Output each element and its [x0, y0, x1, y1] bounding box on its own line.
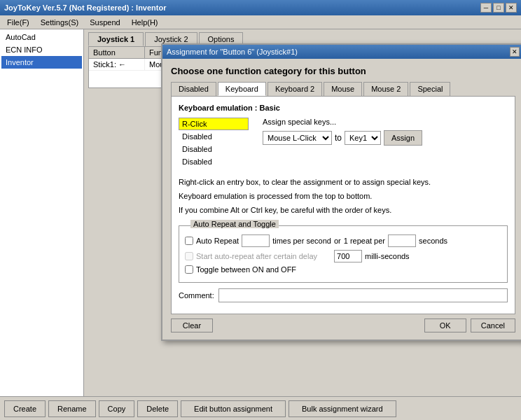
menu-suspend[interactable]: Suspend	[85, 18, 124, 27]
assign-row: Mouse L-Click Mouse R-Click Mouse M-Clic…	[263, 130, 508, 146]
close-button[interactable]: ✕	[506, 3, 517, 13]
info-line-2: Keyboard emulation is processed from the…	[179, 192, 508, 200]
edit-button[interactable]: Edit button assignment	[181, 400, 286, 417]
content-area: Joystick 1 Joystick 2 Options Button Fun…	[84, 29, 521, 396]
panel-content: R-Click Disabled Disabled Disabled Assig…	[179, 118, 508, 168]
dialog-title-bar: Assignment for "Button 6" (Joystick#1) ✕	[162, 45, 521, 59]
rename-button[interactable]: Rename	[48, 400, 96, 417]
cancel-button[interactable]: Cancel	[471, 318, 515, 332]
dialog-footer: Clear OK Cancel	[171, 318, 515, 332]
times-input[interactable]	[242, 234, 270, 247]
seconds-input[interactable]	[388, 234, 416, 247]
milli-unit: milli-seconds	[365, 252, 410, 260]
menu-file[interactable]: File(F)	[3, 18, 34, 27]
auto-repeat-checkbox[interactable]	[185, 237, 193, 245]
delay-label: Start auto-repeat after certain delay	[196, 252, 317, 260]
delay-row: Start auto-repeat after certain delay mi…	[185, 250, 501, 262]
auto-repeat-row: Auto Repeat times per second or 1 repeat…	[185, 234, 501, 247]
assign-label: Assign special keys...	[263, 118, 508, 126]
menu-bar: File(F) Settings(S) Suspend Help(H)	[0, 15, 521, 29]
title-bar-text: JoyToKey Ver.5.7 (Not Registered) : Inve…	[4, 4, 166, 12]
dialog-body: Choose one function category for this bu…	[162, 59, 521, 340]
assign-button[interactable]: Assign	[384, 130, 422, 146]
assign-section: Assign special keys... Mouse L-Click Mou…	[263, 118, 508, 146]
tab-joystick1[interactable]: Joystick 1	[88, 32, 144, 46]
key-item-0[interactable]: R-Click	[179, 118, 249, 130]
bulk-button[interactable]: Bulk assignment wizard	[289, 400, 396, 417]
dialog-close-button[interactable]: ✕	[510, 47, 520, 57]
minimize-button[interactable]: ─	[480, 3, 492, 13]
auto-repeat-label: Auto Repeat	[196, 237, 239, 245]
key-item-1[interactable]: Disabled	[179, 130, 249, 143]
dtab-special[interactable]: Special	[410, 82, 450, 96]
sidebar-item-inventor[interactable]: Inventor	[1, 56, 82, 69]
auto-repeat-section: Auto Repeat and Toggle Auto Repeat times…	[179, 225, 508, 283]
comment-row: Comment:	[179, 288, 508, 302]
bottom-toolbar: Create Rename Copy Delete Edit button as…	[0, 396, 521, 420]
dtab-disabled[interactable]: Disabled	[171, 82, 216, 96]
toggle-checkbox[interactable]	[185, 265, 193, 274]
sidebar-item-autocad[interactable]: AutoCad	[1, 31, 82, 43]
assign-from-select[interactable]: Mouse L-Click Mouse R-Click Mouse M-Clic…	[263, 131, 332, 145]
dialog-tabs: Disabled Keyboard Keyboard 2 Mouse Mouse…	[171, 82, 515, 96]
panel-label: Keyboard emulation : Basic	[179, 104, 508, 112]
sidebar-item-ecninfo[interactable]: ECN INFO	[1, 43, 82, 56]
seconds-label: seconds	[419, 237, 447, 245]
dtab-keyboard2[interactable]: Keyboard 2	[268, 82, 322, 96]
comment-input[interactable]	[218, 288, 508, 302]
maximize-button[interactable]: □	[493, 3, 504, 13]
info-line-3: If you combine Alt or Ctrl key, be caref…	[179, 206, 508, 214]
times-label: times per second	[272, 237, 331, 245]
dtab-mouse[interactable]: Mouse	[324, 82, 362, 96]
title-bar-controls: ─ □ ✕	[480, 3, 517, 13]
key-item-2[interactable]: Disabled	[179, 143, 249, 155]
dialog-title-text: Assignment for "Button 6" (Joystick#1)	[167, 48, 298, 56]
assign-to-select[interactable]: Key1 Key2 Key3	[345, 131, 381, 145]
create-button[interactable]: Create	[4, 400, 46, 417]
assignment-dialog: Assignment for "Button 6" (Joystick#1) ✕…	[161, 43, 521, 341]
col-button: Button	[89, 47, 145, 58]
delay-checkbox[interactable]	[185, 252, 193, 260]
key-list: R-Click Disabled Disabled Disabled	[179, 118, 249, 168]
sidebar: AutoCad ECN INFO Inventor	[0, 29, 84, 396]
title-bar: JoyToKey Ver.5.7 (Not Registered) : Inve…	[0, 0, 521, 15]
copy-button[interactable]: Copy	[99, 400, 135, 417]
dtab-keyboard[interactable]: Keyboard	[218, 82, 266, 96]
clear-button[interactable]: Clear	[171, 318, 213, 332]
comment-label: Comment:	[179, 291, 214, 300]
milli-input[interactable]	[334, 250, 362, 262]
ok-button[interactable]: OK	[424, 318, 466, 332]
repeat-per-label: 1 repeat per	[344, 237, 385, 245]
menu-settings[interactable]: Settings(S)	[36, 18, 83, 27]
toggle-label: Toggle between ON and OFF	[196, 265, 296, 274]
info-line-1: Right-click an entry box, to clear the a…	[179, 178, 508, 186]
dialog-panel: Keyboard emulation : Basic R-Click Disab…	[171, 96, 515, 314]
dtab-mouse2[interactable]: Mouse 2	[363, 82, 408, 96]
assign-to-label: to	[335, 133, 342, 143]
dialog-heading: Choose one function category for this bu…	[171, 66, 515, 76]
main-layout: AutoCad ECN INFO Inventor Joystick 1 Joy…	[0, 29, 521, 396]
key-item-3[interactable]: Disabled	[179, 155, 249, 168]
or-label: or	[334, 237, 341, 245]
delete-button[interactable]: Delete	[137, 400, 178, 417]
section-title: Auto Repeat and Toggle	[190, 220, 279, 228]
menu-help[interactable]: Help(H)	[127, 18, 162, 27]
toggle-row: Toggle between ON and OFF	[185, 265, 501, 274]
cell-button: Stick1: ←	[89, 59, 145, 70]
